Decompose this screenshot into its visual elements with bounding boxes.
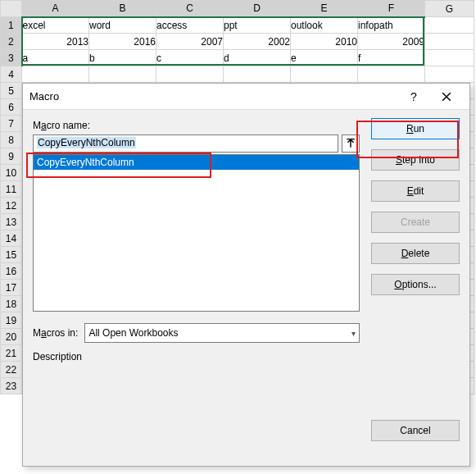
row-header[interactable]: 21 [1, 345, 22, 362]
cell[interactable]: infopath [358, 17, 425, 34]
collapse-dialog-button[interactable] [342, 134, 360, 153]
row-header[interactable]: 19 [1, 312, 22, 329]
run-button[interactable]: Run [371, 118, 460, 139]
row-header[interactable]: 17 [1, 280, 22, 296]
col-header-d[interactable]: D [224, 1, 291, 17]
row-header[interactable]: 15 [1, 247, 22, 263]
macros-in-select[interactable]: All Open Workbooks ▾ [84, 323, 360, 343]
col-header-a[interactable]: A [22, 1, 89, 17]
cell[interactable]: a [22, 50, 89, 66]
cancel-button[interactable]: Cancel [371, 420, 460, 441]
row-header[interactable]: 4 [1, 66, 22, 83]
cell[interactable] [291, 66, 358, 83]
macros-in-label: Macros in: [33, 327, 78, 339]
chevron-down-icon: ▾ [351, 329, 356, 338]
cell[interactable] [425, 66, 474, 83]
description-label: Description [33, 351, 360, 362]
cell[interactable]: f [358, 50, 425, 66]
cell[interactable]: 2016 [89, 34, 156, 50]
row-header[interactable]: 18 [1, 296, 22, 312]
cell[interactable] [425, 50, 474, 66]
cell[interactable]: 2007 [156, 34, 224, 50]
dialog-titlebar[interactable]: Macro ? [23, 84, 469, 110]
delete-button[interactable]: Delete [371, 243, 460, 264]
cell[interactable]: b [89, 50, 156, 66]
macro-dialog: Macro ? Macro name: CopyEveryNthColumn C… [22, 83, 470, 467]
cell[interactable]: ppt [224, 17, 291, 34]
row-header[interactable]: 12 [1, 198, 22, 214]
cell[interactable]: d [224, 50, 291, 66]
macro-listbox[interactable]: CopyEveryNthColumn [33, 154, 360, 312]
cell[interactable]: excel [22, 17, 89, 34]
row-header[interactable]: 11 [1, 181, 22, 198]
cell[interactable]: access [156, 17, 224, 34]
select-all-corner[interactable] [1, 1, 22, 17]
help-button[interactable]: ? [397, 85, 430, 108]
options-button[interactable]: Options... [371, 274, 460, 295]
cell[interactable] [358, 66, 425, 83]
cell[interactable]: e [291, 50, 358, 66]
dialog-title: Macro [29, 90, 397, 103]
close-button[interactable] [430, 85, 463, 108]
cell[interactable] [425, 34, 474, 50]
cell[interactable] [156, 66, 224, 83]
macro-name-label: Macro name: [33, 120, 360, 131]
macros-in-value: All Open Workbooks [88, 327, 178, 339]
edit-button[interactable]: Edit [371, 180, 460, 202]
step-into-button[interactable]: Step Into [371, 149, 460, 171]
col-header-g[interactable]: G [425, 1, 474, 17]
row-header[interactable]: 16 [1, 263, 22, 280]
create-button: Create [371, 212, 460, 233]
row-header-1[interactable]: 1 [1, 17, 22, 34]
row-header[interactable]: 10 [1, 165, 22, 181]
macro-name-input[interactable]: CopyEveryNthColumn [33, 134, 338, 153]
row-header-3[interactable]: 3 [1, 50, 22, 66]
col-header-b[interactable]: B [89, 1, 156, 17]
row-header[interactable]: 22 [1, 362, 22, 378]
description-text [33, 371, 360, 410]
col-header-c[interactable]: C [156, 1, 224, 17]
row-header[interactable]: 23 [1, 378, 22, 394]
row-header-2[interactable]: 2 [1, 34, 22, 50]
row-header[interactable]: 14 [1, 230, 22, 247]
arrow-up-icon [346, 139, 356, 148]
cell[interactable] [224, 66, 291, 83]
cell[interactable] [22, 66, 89, 83]
cell[interactable]: word [89, 17, 156, 34]
macro-list-item[interactable]: CopyEveryNthColumn [34, 155, 359, 170]
cell[interactable]: c [156, 50, 224, 66]
cell[interactable] [89, 66, 156, 83]
col-header-f[interactable]: F [358, 1, 425, 17]
cell[interactable]: 2009 [358, 34, 425, 50]
row-header[interactable]: 20 [1, 329, 22, 345]
col-header-e[interactable]: E [291, 1, 358, 17]
cell[interactable] [425, 17, 474, 34]
row-header[interactable]: 7 [1, 116, 22, 132]
row-header[interactable]: 5 [1, 83, 22, 99]
cell[interactable]: 2002 [224, 34, 291, 50]
close-icon [442, 92, 451, 102]
row-header[interactable]: 13 [1, 214, 22, 230]
cell[interactable]: 2010 [291, 34, 358, 50]
cell[interactable]: 2013 [22, 34, 89, 50]
row-header[interactable]: 9 [1, 148, 22, 165]
cell[interactable]: outlook [291, 17, 358, 34]
row-header[interactable]: 8 [1, 132, 22, 148]
row-header[interactable]: 6 [1, 99, 22, 116]
